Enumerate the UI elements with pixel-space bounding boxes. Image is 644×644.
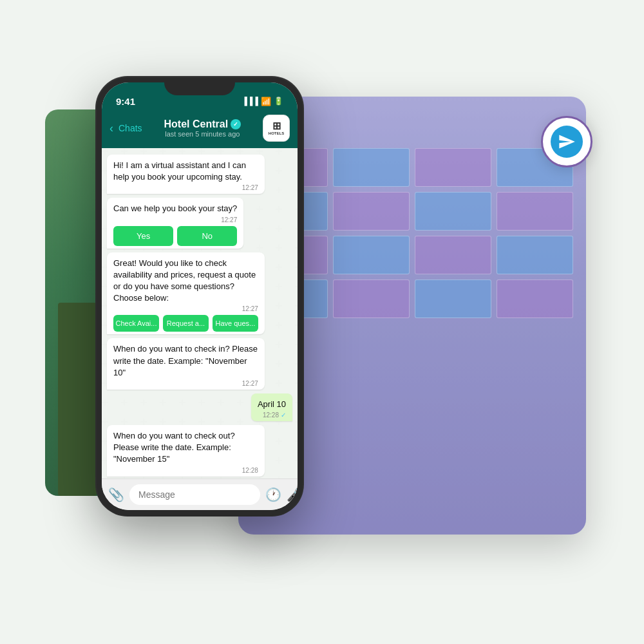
message-6-text: When do you want to check out? Please wr… (113, 430, 258, 466)
wifi-icon: 📶 (261, 97, 271, 106)
signal-icon: ▐▐▐ (242, 97, 258, 106)
contact-info: Hotel Central ✓ last seen 5 minutes ago (147, 118, 258, 138)
chat-header: ‹ Chats Hotel Central ✓ last seen 5 minu… (102, 111, 298, 148)
message-5-check: ✓ (281, 412, 286, 419)
have-questions-button[interactable]: Have ques... (213, 315, 258, 332)
no-button[interactable]: No (177, 226, 237, 246)
message-1: Hi! I am a virtual assistant and I can h… (107, 155, 265, 194)
message-1-time: 12:27 (242, 184, 258, 191)
window (415, 192, 491, 231)
message-4: When do you want to check in? Please wri… (107, 338, 265, 390)
message-3-time: 12:27 (242, 305, 258, 312)
verified-badge: ✓ (231, 119, 241, 129)
scene: 9:41 ▐▐▐ 📶 🔋 ‹ Chats Hotel Central ✓ las… (58, 58, 586, 586)
option-buttons: Check Avai... Request a... Have ques... (113, 315, 258, 332)
phone-screen: 9:41 ▐▐▐ 📶 🔋 ‹ Chats Hotel Central ✓ las… (102, 82, 298, 510)
window (497, 192, 573, 231)
palm-tree (58, 303, 97, 496)
avatar-label: HOTELS (269, 131, 284, 135)
message-1-text: Hi! I am a virtual assistant and I can h… (113, 160, 258, 183)
message-6-meta: 12:28 (113, 467, 258, 474)
message-5-meta: 12:28 ✓ (258, 412, 286, 419)
window (333, 279, 410, 318)
telegram-icon (551, 126, 583, 158)
window (497, 236, 573, 274)
check-availability-button[interactable]: Check Avai... (113, 315, 159, 332)
window (333, 148, 410, 187)
window (415, 236, 491, 274)
message-2-time: 12:27 (221, 216, 237, 223)
message-2: Can we help you book your stay? 12:27 Ye… (107, 198, 243, 248)
window (415, 279, 491, 318)
chat-area: Hi! I am a virtual assistant and I can h… (102, 148, 298, 478)
message-5: April 10 12:28 ✓ (251, 393, 292, 421)
status-time: 9:41 (116, 93, 135, 107)
contact-status: last seen 5 minutes ago (165, 130, 240, 138)
message-4-meta: 12:27 (113, 380, 258, 387)
phone-notch (164, 77, 235, 95)
send-icon (558, 133, 576, 151)
window (333, 236, 410, 274)
message-3-text: Great! Would you like to check availabil… (113, 258, 258, 305)
back-icon[interactable]: ‹ (109, 122, 113, 135)
back-label[interactable]: Chats (118, 123, 142, 133)
input-bar: 📎 🕐 🎤 (102, 478, 298, 510)
battery-icon: 🔋 (274, 97, 283, 106)
message-5-time: 12:28 (263, 412, 279, 419)
message-3: Great! Would you like to check availabil… (107, 252, 265, 335)
request-quote-button[interactable]: Request a... (163, 315, 209, 332)
message-1-meta: 12:27 (113, 184, 258, 191)
status-icons: ▐▐▐ 📶 🔋 (242, 94, 283, 106)
window (333, 192, 410, 231)
phone: 9:41 ▐▐▐ 📶 🔋 ‹ Chats Hotel Central ✓ las… (97, 77, 303, 515)
mic-icon[interactable]: 🎤 (287, 487, 298, 502)
contact-name: Hotel Central ✓ (164, 118, 242, 130)
message-2-text: Can we help you book your stay? (113, 203, 237, 214)
message-4-text: When do you want to check in? Please wri… (113, 343, 258, 379)
yes-no-buttons: Yes No (113, 226, 237, 246)
clock-icon[interactable]: 🕐 (265, 487, 281, 502)
hotel-icon: ⊞ (272, 121, 281, 131)
avatar: ⊞ HOTELS (263, 115, 290, 142)
message-input[interactable] (129, 484, 260, 505)
message-4-time: 12:27 (242, 380, 258, 387)
message-2-meta: 12:27 (113, 216, 237, 223)
yes-button[interactable]: Yes (113, 226, 173, 246)
window (497, 279, 573, 318)
message-5-text: April 10 (258, 399, 286, 410)
telegram-badge[interactable] (541, 116, 592, 167)
message-6-time: 12:28 (242, 467, 258, 474)
attach-icon[interactable]: 📎 (108, 487, 124, 502)
message-6: When do you want to check out? Please wr… (107, 425, 265, 477)
message-3-meta: 12:27 (113, 305, 258, 312)
window (415, 148, 491, 187)
